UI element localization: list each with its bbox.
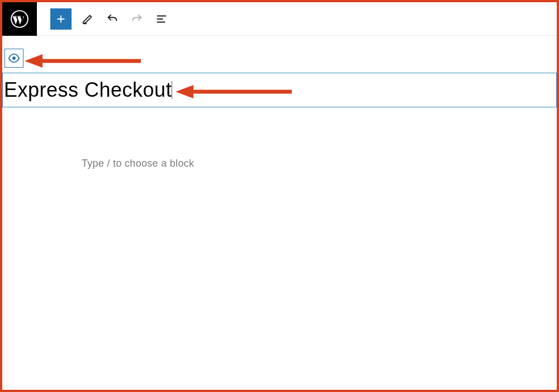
redo-button[interactable] [126,8,148,30]
top-toolbar [2,2,557,36]
title-field[interactable]: Express Checkout [4,79,172,101]
visibility-row [2,47,557,69]
undo-button[interactable] [102,8,123,30]
tools-button[interactable] [77,8,98,30]
toolbar-group [37,8,176,30]
redo-icon [131,13,143,25]
pencil-icon [82,13,94,25]
visibility-toggle[interactable] [4,49,23,68]
svg-point-1 [12,56,16,60]
outline-icon [155,13,168,25]
add-block-button[interactable] [50,8,72,30]
undo-icon [106,13,119,25]
wordpress-icon [10,10,29,29]
content-area[interactable]: Type / to choose a block [2,107,557,169]
wordpress-logo-button[interactable] [2,2,37,36]
plus-icon [55,13,67,25]
block-placeholder: Type / to choose a block [82,158,194,169]
details-button[interactable] [151,8,172,30]
editor-frame: Express Checkout Type / to choose a bloc… [0,0,559,392]
eye-icon [8,52,20,64]
title-block[interactable]: Express Checkout [2,73,557,107]
